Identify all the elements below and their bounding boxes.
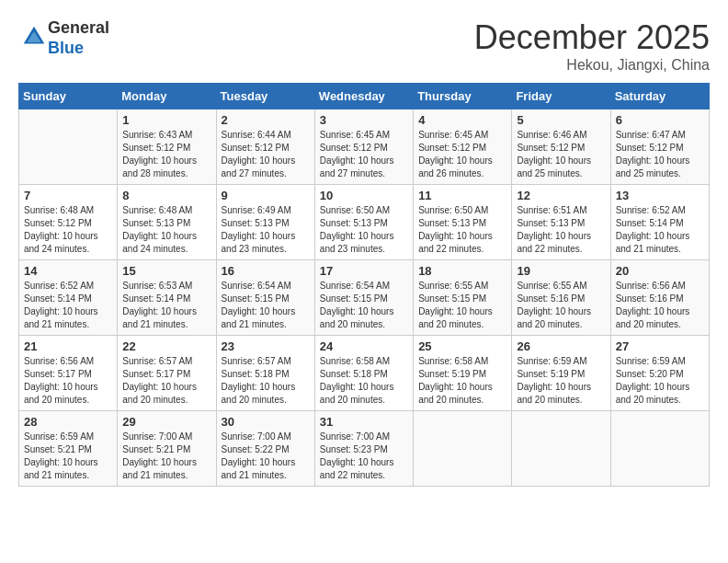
calendar-day-cell: 4Sunrise: 6:45 AMSunset: 5:12 PMDaylight… [414, 109, 512, 185]
calendar-week-row: 7Sunrise: 6:48 AMSunset: 5:12 PMDaylight… [19, 185, 710, 260]
logo-icon [20, 23, 48, 51]
day-number: 4 [418, 113, 506, 127]
day-number: 2 [222, 113, 310, 127]
day-of-week-header: Friday [512, 84, 610, 109]
day-sun-info: Sunrise: 6:48 AMSunset: 5:13 PMDaylight:… [122, 204, 210, 256]
day-sun-info: Sunrise: 6:47 AMSunset: 5:12 PMDaylight:… [616, 129, 704, 180]
day-number: 12 [517, 189, 605, 202]
calendar-day-cell: 6Sunrise: 6:47 AMSunset: 5:12 PMDaylight… [610, 109, 709, 185]
day-sun-info: Sunrise: 6:49 AMSunset: 5:13 PMDaylight:… [222, 204, 310, 256]
calendar-day-cell: 10Sunrise: 6:50 AMSunset: 5:13 PMDayligh… [314, 185, 413, 260]
calendar-day-cell: 30Sunrise: 7:00 AMSunset: 5:22 PMDayligh… [216, 411, 314, 487]
day-number: 5 [517, 113, 605, 127]
day-sun-info: Sunrise: 6:45 AMSunset: 5:12 PMDaylight:… [418, 129, 506, 180]
calendar-week-row: 1Sunrise: 6:43 AMSunset: 5:12 PMDaylight… [19, 109, 710, 185]
day-number: 18 [418, 264, 506, 278]
calendar-day-cell: 12Sunrise: 6:51 AMSunset: 5:13 PMDayligh… [512, 185, 610, 260]
calendar-day-cell: 5Sunrise: 6:46 AMSunset: 5:12 PMDaylight… [512, 109, 610, 185]
calendar-day-cell: 16Sunrise: 6:54 AMSunset: 5:15 PMDayligh… [216, 260, 314, 336]
calendar-week-row: 21Sunrise: 6:56 AMSunset: 5:17 PMDayligh… [19, 336, 710, 411]
day-sun-info: Sunrise: 6:57 AMSunset: 5:18 PMDaylight:… [222, 355, 310, 407]
calendar-day-cell: 21Sunrise: 6:56 AMSunset: 5:17 PMDayligh… [19, 336, 118, 411]
day-sun-info: Sunrise: 7:00 AMSunset: 5:22 PMDaylight:… [222, 431, 310, 482]
day-of-week-header: Sunday [19, 84, 118, 109]
day-of-week-header: Thursday [414, 84, 512, 109]
day-sun-info: Sunrise: 6:52 AMSunset: 5:14 PMDaylight:… [24, 280, 112, 331]
calendar-day-cell: 20Sunrise: 6:56 AMSunset: 5:16 PMDayligh… [610, 260, 709, 336]
day-number: 23 [222, 339, 310, 353]
day-sun-info: Sunrise: 6:46 AMSunset: 5:12 PMDaylight:… [517, 129, 605, 180]
calendar-day-cell [512, 411, 610, 487]
day-sun-info: Sunrise: 6:45 AMSunset: 5:12 PMDaylight:… [320, 129, 408, 180]
calendar-day-cell: 8Sunrise: 6:48 AMSunset: 5:13 PMDaylight… [118, 185, 216, 260]
calendar-day-cell: 7Sunrise: 6:48 AMSunset: 5:12 PMDaylight… [19, 185, 118, 260]
calendar-day-cell: 9Sunrise: 6:49 AMSunset: 5:13 PMDaylight… [216, 185, 314, 260]
day-sun-info: Sunrise: 6:55 AMSunset: 5:16 PMDaylight:… [517, 280, 605, 331]
day-of-week-header: Wednesday [314, 84, 413, 109]
day-sun-info: Sunrise: 6:48 AMSunset: 5:12 PMDaylight:… [24, 204, 112, 256]
day-number: 20 [616, 264, 704, 278]
day-number: 31 [320, 415, 408, 429]
day-sun-info: Sunrise: 6:44 AMSunset: 5:12 PMDaylight:… [222, 129, 310, 180]
day-sun-info: Sunrise: 7:00 AMSunset: 5:23 PMDaylight:… [320, 431, 408, 482]
day-sun-info: Sunrise: 6:53 AMSunset: 5:14 PMDaylight:… [122, 280, 210, 331]
calendar-week-row: 28Sunrise: 6:59 AMSunset: 5:21 PMDayligh… [19, 411, 710, 487]
calendar-day-cell: 15Sunrise: 6:53 AMSunset: 5:14 PMDayligh… [118, 260, 216, 336]
day-number: 22 [122, 339, 210, 353]
calendar-day-cell: 18Sunrise: 6:55 AMSunset: 5:15 PMDayligh… [414, 260, 512, 336]
day-sun-info: Sunrise: 7:00 AMSunset: 5:21 PMDaylight:… [122, 431, 210, 482]
logo-blue-text: Blue [48, 39, 84, 57]
day-number: 6 [616, 113, 704, 127]
calendar-day-cell: 11Sunrise: 6:50 AMSunset: 5:13 PMDayligh… [414, 185, 512, 260]
month-title: December 2025 [474, 18, 710, 57]
day-of-week-header: Saturday [610, 84, 709, 109]
day-of-week-header: Monday [118, 84, 216, 109]
logo: General Blue [18, 18, 109, 58]
day-sun-info: Sunrise: 6:58 AMSunset: 5:18 PMDaylight:… [320, 355, 408, 407]
calendar-day-cell: 28Sunrise: 6:59 AMSunset: 5:21 PMDayligh… [19, 411, 118, 487]
calendar-week-row: 14Sunrise: 6:52 AMSunset: 5:14 PMDayligh… [19, 260, 710, 336]
day-sun-info: Sunrise: 6:50 AMSunset: 5:13 PMDaylight:… [418, 204, 506, 256]
calendar-day-cell: 17Sunrise: 6:54 AMSunset: 5:15 PMDayligh… [314, 260, 413, 336]
calendar-day-cell: 29Sunrise: 7:00 AMSunset: 5:21 PMDayligh… [118, 411, 216, 487]
day-number: 9 [222, 189, 310, 202]
day-of-week-header: Tuesday [216, 84, 314, 109]
day-sun-info: Sunrise: 6:51 AMSunset: 5:13 PMDaylight:… [517, 204, 605, 256]
calendar-day-cell [19, 109, 118, 185]
calendar-day-cell: 27Sunrise: 6:59 AMSunset: 5:20 PMDayligh… [610, 336, 709, 411]
day-number: 19 [517, 264, 605, 278]
calendar-day-cell: 1Sunrise: 6:43 AMSunset: 5:12 PMDaylight… [118, 109, 216, 185]
calendar-day-cell [414, 411, 512, 487]
day-sun-info: Sunrise: 6:59 AMSunset: 5:20 PMDaylight:… [616, 355, 704, 407]
day-number: 11 [418, 189, 506, 202]
day-sun-info: Sunrise: 6:57 AMSunset: 5:17 PMDaylight:… [122, 355, 210, 407]
calendar-day-cell [610, 411, 709, 487]
calendar-day-cell: 26Sunrise: 6:59 AMSunset: 5:19 PMDayligh… [512, 336, 610, 411]
calendar-day-cell: 14Sunrise: 6:52 AMSunset: 5:14 PMDayligh… [19, 260, 118, 336]
page-header: General Blue December 2025 Hekou, Jiangx… [18, 18, 710, 74]
calendar-day-cell: 3Sunrise: 6:45 AMSunset: 5:12 PMDaylight… [314, 109, 413, 185]
day-number: 15 [122, 264, 210, 278]
day-sun-info: Sunrise: 6:54 AMSunset: 5:15 PMDaylight:… [222, 280, 310, 331]
day-number: 16 [222, 264, 310, 278]
calendar-day-cell: 23Sunrise: 6:57 AMSunset: 5:18 PMDayligh… [216, 336, 314, 411]
day-sun-info: Sunrise: 6:43 AMSunset: 5:12 PMDaylight:… [122, 129, 210, 180]
day-number: 10 [320, 189, 408, 202]
day-sun-info: Sunrise: 6:59 AMSunset: 5:21 PMDaylight:… [24, 431, 112, 482]
day-number: 30 [222, 415, 310, 429]
calendar-day-cell: 25Sunrise: 6:58 AMSunset: 5:19 PMDayligh… [414, 336, 512, 411]
day-number: 8 [122, 189, 210, 202]
day-number: 17 [320, 264, 408, 278]
calendar-day-cell: 19Sunrise: 6:55 AMSunset: 5:16 PMDayligh… [512, 260, 610, 336]
day-sun-info: Sunrise: 6:54 AMSunset: 5:15 PMDaylight:… [320, 280, 408, 331]
day-number: 7 [24, 189, 112, 202]
day-sun-info: Sunrise: 6:52 AMSunset: 5:14 PMDaylight:… [616, 204, 704, 256]
day-number: 28 [24, 415, 112, 429]
day-number: 26 [517, 339, 605, 353]
day-sun-info: Sunrise: 6:59 AMSunset: 5:19 PMDaylight:… [517, 355, 605, 407]
title-section: December 2025 Hekou, Jiangxi, China [474, 18, 710, 74]
day-sun-info: Sunrise: 6:58 AMSunset: 5:19 PMDaylight:… [418, 355, 506, 407]
calendar-table: SundayMondayTuesdayWednesdayThursdayFrid… [18, 83, 710, 487]
day-number: 21 [24, 339, 112, 353]
day-number: 25 [418, 339, 506, 353]
